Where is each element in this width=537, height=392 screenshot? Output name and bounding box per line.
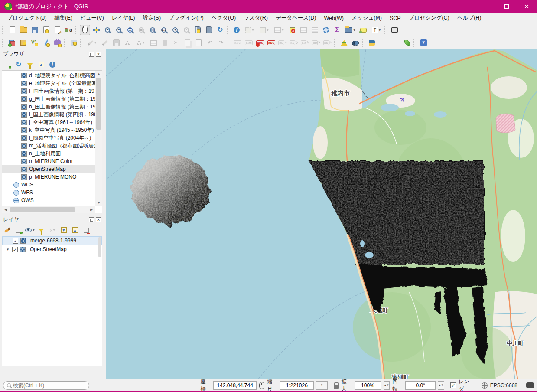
browser-item[interactable]: k_空中写真 (1945～1950年) — [2, 126, 95, 134]
scale-field[interactable] — [280, 381, 314, 390]
scroll-up-icon[interactable]: ▲ — [95, 71, 102, 77]
browser-item[interactable]: m_活断層図（都市圏活断層図 — [2, 142, 95, 150]
vertex-tool-icon[interactable]: ▾ — [133, 38, 147, 48]
rotation-spinner[interactable]: ▲▼ — [438, 381, 444, 390]
browser-item-wfs[interactable]: WFS — [2, 189, 95, 196]
manage-map-themes-icon[interactable]: ▾ — [25, 225, 35, 235]
select-by-expression-icon[interactable]: ▾ — [257, 25, 271, 35]
menu-database[interactable]: データベース(D) — [272, 13, 320, 23]
zoom-native-icon[interactable]: 1:1 — [159, 25, 169, 35]
attribute-table-icon[interactable] — [298, 25, 309, 35]
zoom-next-icon[interactable]: ▸ — [181, 25, 192, 35]
browser-properties-icon[interactable]: i — [47, 60, 58, 69]
browser-item[interactable]: d_地理院タイル_色別標高図 — [2, 72, 95, 79]
layers-float-icon[interactable] — [89, 217, 94, 222]
menu-view[interactable]: ビュー(V) — [76, 13, 108, 23]
modify-attributes-icon[interactable] — [148, 38, 159, 48]
menu-edit[interactable]: 編集(E) — [50, 13, 76, 23]
refresh-browser-icon[interactable]: ↻ — [13, 60, 24, 69]
toolbar-grip[interactable] — [413, 39, 416, 47]
crs-status[interactable]: EPSG:6668 — [490, 382, 517, 389]
processing-toolbox-icon[interactable] — [321, 25, 331, 35]
toolbar-grip[interactable] — [384, 26, 387, 34]
osm-place-search-icon[interactable] — [350, 38, 361, 48]
highlight-labels-icon[interactable]: abc — [266, 38, 277, 48]
zoom-to-selection-icon[interactable]: ▣ — [136, 25, 146, 35]
browser-item[interactable]: g_国土画像情報 (第二期：19 — [2, 95, 95, 103]
coordinate-input[interactable] — [215, 382, 254, 389]
open-layer-styling-icon[interactable] — [2, 225, 13, 235]
current-edits-icon[interactable]: ▾ — [85, 38, 99, 48]
toolbar-grip[interactable] — [75, 26, 78, 34]
toolbar-grip[interactable] — [2, 39, 5, 47]
render-checkbox[interactable]: ✓ — [450, 382, 456, 388]
new-shapefile-layer-icon[interactable]: V° — [29, 38, 40, 48]
help-contents-icon[interactable]: ? — [418, 38, 429, 48]
toolbar-grip[interactable] — [334, 39, 337, 47]
curved-label-icon[interactable]: ab↷ — [311, 38, 322, 48]
menu-mesh[interactable]: メッシュ(M) — [348, 13, 386, 23]
toolbar-grip[interactable] — [2, 26, 5, 34]
browser-close-icon[interactable]: ✕ — [96, 52, 101, 57]
add-selected-layers-icon[interactable] — [2, 60, 13, 69]
maximize-button[interactable] — [497, 0, 517, 13]
toggle-editing-icon[interactable] — [100, 38, 110, 48]
layer-menu-icon[interactable]: ▾ — [343, 25, 357, 35]
attribute-table-menu-icon[interactable]: ▾ — [272, 25, 286, 35]
deselect-all-icon[interactable]: ✕ — [287, 25, 297, 35]
undo-icon[interactable]: ↶ — [205, 38, 215, 48]
browser-item[interactable]: j_空中写真 (1961～1964年) — [2, 118, 95, 126]
menu-scp[interactable]: SCP — [386, 14, 405, 23]
layer-diagram-icon[interactable]: abc — [244, 38, 254, 48]
layers-list[interactable]: ✓ merge-6668-1-9999 ▼ ✓ OpenStreetMap — [2, 236, 102, 366]
new-bookmark-icon[interactable] — [192, 25, 203, 35]
browser-item[interactable]: f_国土画像情報 (第一期：197 — [2, 87, 95, 95]
refresh-icon[interactable]: ↻ — [215, 25, 225, 35]
layer-checkbox[interactable]: ✓ — [12, 247, 18, 252]
menu-layer[interactable]: レイヤ(L) — [108, 13, 139, 23]
add-feature-icon[interactable] — [122, 38, 133, 48]
browser-item-openstreetmap[interactable]: OpenStreetMap — [2, 165, 95, 173]
menu-processing[interactable]: プロセシング(C) — [405, 13, 453, 23]
paste-features-icon[interactable] — [193, 38, 204, 48]
open-project-icon[interactable] — [18, 25, 29, 35]
save-project-icon[interactable] — [29, 25, 40, 35]
pin-labels-icon[interactable]: abc — [255, 38, 265, 48]
browser-item[interactable]: l_簡易空中写真 (2004年～) — [2, 134, 95, 142]
browser-item-ows[interactable]: OWS — [2, 196, 95, 204]
browser-item[interactable]: p_MIERUNE MONO — [2, 173, 95, 181]
coordinate-field[interactable] — [213, 381, 257, 390]
new-virtual-layer-icon[interactable]: V — [68, 38, 79, 48]
plugin-triangle-icon[interactable] — [339, 38, 349, 48]
filter-legend-icon[interactable] — [36, 225, 46, 235]
new-spatialite-layer-icon[interactable] — [52, 38, 62, 48]
expander-icon[interactable]: ▼ — [6, 248, 10, 252]
browser-vertical-scrollbar[interactable]: ▲ ▼ — [95, 71, 102, 206]
layer-labeling-icon[interactable]: abc — [232, 38, 243, 48]
statistics-icon[interactable]: Σ — [332, 25, 342, 35]
select-features-icon[interactable]: ▾ — [243, 25, 257, 35]
magnifier-input[interactable] — [357, 382, 379, 389]
map-tips-icon[interactable] — [358, 25, 368, 35]
save-layer-edits-icon[interactable] — [111, 38, 121, 48]
rotation-field[interactable] — [405, 381, 436, 390]
toolbar-grip[interactable] — [227, 26, 229, 34]
redo-icon[interactable]: ↷ — [216, 38, 226, 48]
zoom-in-icon[interactable]: + — [102, 25, 113, 35]
zoom-to-layer-icon[interactable]: ▤ — [147, 25, 158, 35]
browser-item[interactable]: i_国土画像情報 (第四期：198 — [2, 111, 95, 118]
filter-browser-icon[interactable] — [25, 60, 35, 69]
label-properties-icon[interactable]: ab⚐ — [322, 38, 333, 48]
pan-to-selection-icon[interactable] — [91, 25, 101, 35]
delete-selected-icon[interactable] — [159, 38, 170, 48]
field-calculator-icon[interactable] — [309, 25, 320, 35]
move-label-icon[interactable]: ab▾ — [277, 38, 288, 48]
scroll-right-icon[interactable]: ▶ — [88, 206, 95, 213]
magnifier-field[interactable] — [355, 381, 381, 390]
scroll-down-icon[interactable]: ▼ — [95, 199, 102, 206]
data-source-manager-icon[interactable] — [7, 38, 17, 48]
toolbar-grip[interactable] — [64, 39, 66, 47]
close-button[interactable]: ✕ — [517, 0, 537, 13]
add-group-icon[interactable] — [13, 225, 24, 235]
layers-scrollbar[interactable] — [98, 236, 102, 366]
